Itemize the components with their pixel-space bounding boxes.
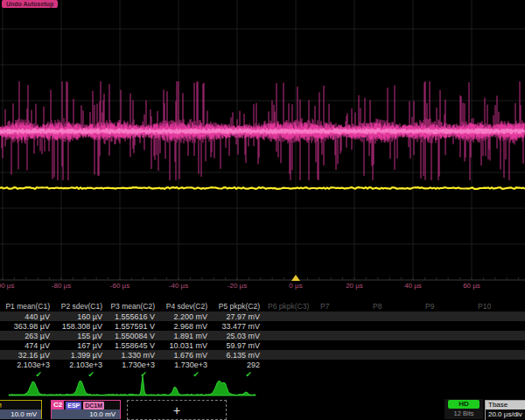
measure-value-p4: 2.200 mV bbox=[158, 312, 210, 321]
measure-header-p6[interactable]: P6 pkpk(C3) bbox=[262, 302, 315, 311]
time-tick-label: -20 µs bbox=[228, 282, 247, 290]
measure-max-p2: 167 µV bbox=[52, 341, 105, 350]
hd-bits-label: 12 Bits bbox=[444, 409, 483, 418]
tbase-per-div: 20.0 µs/div bbox=[486, 410, 525, 419]
measure-row-max: 474 µV167 µV1.558645 V10.031 mV59.97 mV bbox=[0, 340, 525, 350]
measure-mean-p5: 33.477 mV bbox=[210, 322, 262, 331]
measure-row-status: ✔✔✔✔✔ bbox=[0, 369, 525, 379]
c2-tag: C2 bbox=[52, 401, 64, 410]
status-check-icon-p2: ✔ bbox=[52, 370, 105, 379]
plus-icon: + bbox=[173, 403, 180, 417]
measure-row-value: 440 µV160 µV1.555616 V2.200 mV27.97 mV bbox=[0, 312, 525, 321]
measure-header-p4[interactable]: P4 sdev(C2) bbox=[158, 302, 210, 311]
add-trace-button[interactable]: + bbox=[127, 400, 227, 420]
measure-min-p1: 263 µV bbox=[0, 332, 52, 340]
status-check-icon-p5: ✔ bbox=[210, 370, 262, 379]
measure-num-p2: 2.103e+3 bbox=[52, 360, 105, 369]
measure-sdev-p1: 32.16 µV bbox=[0, 351, 52, 360]
acquisition-panel[interactable]: HD 12 Bits bbox=[444, 399, 483, 419]
time-tick-label: -60 µs bbox=[110, 282, 130, 290]
measure-row-num: 2.103e+32.103e+31.730e+31.730e+3292 bbox=[0, 360, 525, 369]
measure-header-p5[interactable]: P5 pkpk(C2) bbox=[210, 302, 262, 311]
measure-mean-p3: 1.557591 V bbox=[105, 322, 158, 331]
measure-num-p1: 2.103e+3 bbox=[0, 360, 52, 369]
measure-value-p3: 1.555616 V bbox=[105, 312, 158, 321]
c1-volts-per-div: 10.0 mV bbox=[0, 410, 41, 419]
measure-value-p2: 160 µV bbox=[52, 312, 105, 321]
c2-volts-per-div: 10.0 mV bbox=[52, 410, 120, 419]
channel-descriptor-c2[interactable]: C2 ESP DC1M 10.0 mV bbox=[51, 400, 121, 419]
measure-num-p5: 292 bbox=[210, 360, 262, 369]
measure-max-p4: 10.031 mV bbox=[158, 341, 210, 350]
measure-value-p1: 440 µV bbox=[0, 312, 52, 321]
measure-row-mean: 363.98 µV158.308 µV1.557591 V2.968 mV33.… bbox=[0, 321, 525, 331]
timebase-descriptor[interactable]: Tbase 20.0 µs/div bbox=[485, 400, 525, 420]
measure-header-p3[interactable]: P3 mean(C2) bbox=[105, 302, 158, 311]
measure-header-p8[interactable]: P8 bbox=[368, 302, 420, 311]
time-tick-label: -80 µs bbox=[52, 282, 71, 290]
measure-header-p1[interactable]: P1 mean(C1) bbox=[0, 302, 52, 311]
time-tick-label: -100 µs bbox=[0, 282, 14, 290]
status-check-icon-p4: ✔ bbox=[158, 370, 210, 379]
measure-header-p10[interactable]: P10 bbox=[472, 302, 525, 311]
c2-coupling-badge: DC1M bbox=[83, 402, 104, 410]
measure-min-p5: 25.03 mV bbox=[210, 332, 262, 340]
measure-min-p4: 1.891 mV bbox=[158, 332, 210, 340]
measure-header-row: P1 mean(C1)P2 sdev(C1)P3 mean(C2)P4 sdev… bbox=[0, 301, 525, 312]
status-check-icon-p3: ✔ bbox=[105, 370, 158, 379]
time-tick-label: 60 µs bbox=[463, 282, 480, 290]
measure-max-p5: 59.97 mV bbox=[210, 341, 262, 350]
measure-mean-p4: 2.968 mV bbox=[158, 322, 210, 331]
measure-table: P1 mean(C1)P2 sdev(C1)P3 mean(C2)P4 sdev… bbox=[0, 301, 525, 379]
c1-title: C1 DC1M bbox=[0, 401, 41, 410]
channel-descriptor-c1[interactable]: C1 DC1M 10.0 mV bbox=[0, 400, 42, 419]
time-tick-label: 20 µs bbox=[346, 282, 363, 290]
measure-num-p3: 1.730e+3 bbox=[105, 360, 158, 369]
oscilloscope-screen: Undo Autosetup -100 µs-80 µs-60 µs-40 µs… bbox=[0, 0, 525, 420]
c2-esp-badge: ESP bbox=[66, 402, 81, 410]
measure-min-p2: 155 µV bbox=[52, 332, 105, 340]
undo-autosetup-button[interactable]: Undo Autosetup bbox=[2, 0, 58, 8]
measure-mean-p2: 158.308 µV bbox=[52, 322, 105, 331]
measure-value-p5: 27.97 mV bbox=[210, 312, 262, 321]
measure-mean-p1: 363.98 µV bbox=[0, 322, 52, 331]
measure-max-p1: 474 µV bbox=[0, 341, 52, 350]
measure-header-p7[interactable]: P7 bbox=[315, 302, 368, 311]
measure-sdev-p2: 1.399 µV bbox=[52, 351, 105, 360]
measure-row-min: 263 µV155 µV1.550084 V1.891 mV25.03 mV bbox=[0, 331, 525, 340]
c2-title: C2 ESP DC1M bbox=[52, 401, 120, 410]
measure-header-p9[interactable]: P9 bbox=[420, 302, 472, 311]
tbase-label: Tbase bbox=[486, 401, 525, 410]
measure-row-sdev: 32.16 µV1.399 µV1.330 mV1.676 mV6.135 mV bbox=[0, 350, 525, 360]
time-tick-label: 0 µs bbox=[289, 282, 302, 290]
c1-coupling-badge: DC1M bbox=[0, 402, 2, 410]
time-tick-label: -40 µs bbox=[169, 282, 188, 290]
measure-num-p4: 1.730e+3 bbox=[158, 360, 210, 369]
measure-sdev-p4: 1.676 mV bbox=[158, 351, 210, 360]
measure-min-p3: 1.550084 V bbox=[105, 332, 158, 340]
measure-header-p2[interactable]: P2 sdev(C1) bbox=[52, 302, 105, 311]
measure-sdev-p3: 1.330 mV bbox=[105, 351, 158, 360]
timebase-axis: -100 µs-80 µs-60 µs-40 µs-20 µs0 µs20 µs… bbox=[0, 282, 525, 290]
status-check-icon-p1: ✔ bbox=[0, 370, 52, 379]
measure-max-p3: 1.558645 V bbox=[105, 341, 158, 350]
hd-mode-badge: HD bbox=[448, 400, 480, 409]
measure-sdev-p5: 6.135 mV bbox=[210, 351, 262, 360]
time-tick-label: 40 µs bbox=[404, 282, 422, 290]
